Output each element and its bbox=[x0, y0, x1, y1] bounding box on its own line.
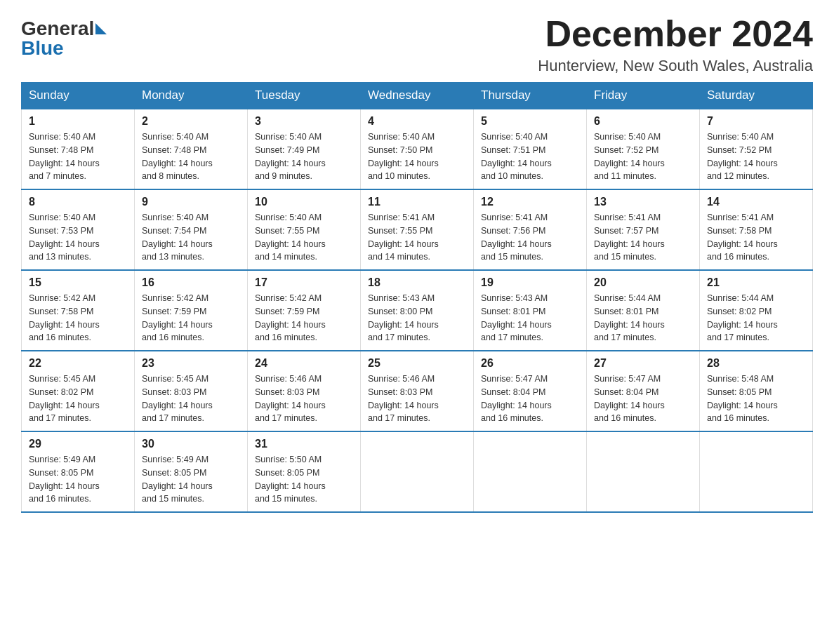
day-info: Sunrise: 5:41 AMSunset: 7:57 PMDaylight:… bbox=[594, 211, 692, 264]
calendar-cell: 18Sunrise: 5:43 AMSunset: 8:00 PMDayligh… bbox=[361, 270, 474, 351]
day-number: 4 bbox=[368, 115, 466, 128]
day-info: Sunrise: 5:41 AMSunset: 7:58 PMDaylight:… bbox=[707, 211, 805, 264]
day-info: Sunrise: 5:40 AMSunset: 7:54 PMDaylight:… bbox=[142, 211, 240, 264]
calendar-table: SundayMondayTuesdayWednesdayThursdayFrid… bbox=[21, 82, 813, 513]
day-info: Sunrise: 5:41 AMSunset: 7:55 PMDaylight:… bbox=[368, 211, 466, 264]
calendar-cell: 24Sunrise: 5:46 AMSunset: 8:03 PMDayligh… bbox=[248, 351, 361, 431]
day-info: Sunrise: 5:43 AMSunset: 8:00 PMDaylight:… bbox=[368, 292, 466, 344]
day-info: Sunrise: 5:40 AMSunset: 7:52 PMDaylight:… bbox=[594, 130, 692, 183]
col-header-tuesday: Tuesday bbox=[248, 83, 361, 109]
calendar-cell: 25Sunrise: 5:46 AMSunset: 8:03 PMDayligh… bbox=[361, 351, 474, 431]
day-info: Sunrise: 5:47 AMSunset: 8:04 PMDaylight:… bbox=[594, 373, 692, 425]
day-number: 7 bbox=[707, 115, 805, 128]
calendar-cell: 10Sunrise: 5:40 AMSunset: 7:55 PMDayligh… bbox=[248, 189, 361, 270]
day-number: 9 bbox=[142, 196, 240, 208]
day-info: Sunrise: 5:50 AMSunset: 8:05 PMDaylight:… bbox=[255, 453, 353, 506]
day-number: 21 bbox=[707, 276, 805, 289]
page-header: General Blue December 2024 Hunterview, N… bbox=[21, 14, 813, 75]
calendar-cell: 13Sunrise: 5:41 AMSunset: 7:57 PMDayligh… bbox=[587, 189, 700, 270]
col-header-wednesday: Wednesday bbox=[361, 83, 474, 109]
day-number: 28 bbox=[707, 357, 805, 370]
calendar-cell bbox=[361, 431, 474, 512]
calendar-cell: 4Sunrise: 5:40 AMSunset: 7:50 PMDaylight… bbox=[361, 109, 474, 189]
day-number: 19 bbox=[481, 276, 579, 289]
month-title: December 2024 bbox=[538, 14, 813, 54]
calendar-cell: 16Sunrise: 5:42 AMSunset: 7:59 PMDayligh… bbox=[135, 270, 248, 351]
calendar-cell: 29Sunrise: 5:49 AMSunset: 8:05 PMDayligh… bbox=[22, 431, 135, 512]
calendar-week-5: 29Sunrise: 5:49 AMSunset: 8:05 PMDayligh… bbox=[22, 431, 813, 512]
logo: General Blue bbox=[21, 14, 108, 60]
calendar-cell: 6Sunrise: 5:40 AMSunset: 7:52 PMDaylight… bbox=[587, 109, 700, 189]
day-info: Sunrise: 5:40 AMSunset: 7:53 PMDaylight:… bbox=[29, 211, 127, 264]
calendar-cell: 11Sunrise: 5:41 AMSunset: 7:55 PMDayligh… bbox=[361, 189, 474, 270]
col-header-saturday: Saturday bbox=[700, 83, 813, 109]
logo-arrow-icon bbox=[95, 23, 107, 34]
calendar-cell: 28Sunrise: 5:48 AMSunset: 8:05 PMDayligh… bbox=[700, 351, 813, 431]
day-number: 8 bbox=[29, 196, 127, 208]
calendar-cell: 14Sunrise: 5:41 AMSunset: 7:58 PMDayligh… bbox=[700, 189, 813, 270]
day-number: 15 bbox=[29, 276, 127, 289]
calendar-cell: 27Sunrise: 5:47 AMSunset: 8:04 PMDayligh… bbox=[587, 351, 700, 431]
day-number: 2 bbox=[142, 115, 240, 128]
calendar-cell bbox=[700, 431, 813, 512]
day-number: 20 bbox=[594, 276, 692, 289]
day-number: 30 bbox=[142, 438, 240, 450]
calendar-week-3: 15Sunrise: 5:42 AMSunset: 7:58 PMDayligh… bbox=[22, 270, 813, 351]
calendar-cell: 21Sunrise: 5:44 AMSunset: 8:02 PMDayligh… bbox=[700, 270, 813, 351]
day-info: Sunrise: 5:43 AMSunset: 8:01 PMDaylight:… bbox=[481, 292, 579, 344]
calendar-cell: 31Sunrise: 5:50 AMSunset: 8:05 PMDayligh… bbox=[248, 431, 361, 512]
day-info: Sunrise: 5:40 AMSunset: 7:52 PMDaylight:… bbox=[707, 130, 805, 183]
day-info: Sunrise: 5:42 AMSunset: 7:59 PMDaylight:… bbox=[142, 292, 240, 344]
day-info: Sunrise: 5:48 AMSunset: 8:05 PMDaylight:… bbox=[707, 373, 805, 425]
title-area: December 2024 Hunterview, New South Wale… bbox=[538, 14, 813, 75]
location-title: Hunterview, New South Wales, Australia bbox=[538, 57, 813, 75]
day-info: Sunrise: 5:46 AMSunset: 8:03 PMDaylight:… bbox=[368, 373, 466, 425]
day-info: Sunrise: 5:44 AMSunset: 8:02 PMDaylight:… bbox=[707, 292, 805, 344]
day-info: Sunrise: 5:41 AMSunset: 7:56 PMDaylight:… bbox=[481, 211, 579, 264]
calendar-cell bbox=[587, 431, 700, 512]
calendar-cell: 5Sunrise: 5:40 AMSunset: 7:51 PMDaylight… bbox=[474, 109, 587, 189]
day-number: 23 bbox=[142, 357, 240, 370]
day-number: 5 bbox=[481, 115, 579, 128]
calendar-cell: 7Sunrise: 5:40 AMSunset: 7:52 PMDaylight… bbox=[700, 109, 813, 189]
day-number: 22 bbox=[29, 357, 127, 370]
calendar-header-row: SundayMondayTuesdayWednesdayThursdayFrid… bbox=[22, 83, 813, 109]
calendar-week-2: 8Sunrise: 5:40 AMSunset: 7:53 PMDaylight… bbox=[22, 189, 813, 270]
calendar-cell bbox=[474, 431, 587, 512]
day-info: Sunrise: 5:40 AMSunset: 7:49 PMDaylight:… bbox=[255, 130, 353, 183]
day-number: 14 bbox=[707, 196, 805, 208]
day-info: Sunrise: 5:49 AMSunset: 8:05 PMDaylight:… bbox=[142, 453, 240, 506]
day-number: 27 bbox=[594, 357, 692, 370]
day-info: Sunrise: 5:42 AMSunset: 7:58 PMDaylight:… bbox=[29, 292, 127, 344]
calendar-cell: 2Sunrise: 5:40 AMSunset: 7:48 PMDaylight… bbox=[135, 109, 248, 189]
col-header-monday: Monday bbox=[135, 83, 248, 109]
calendar-cell: 19Sunrise: 5:43 AMSunset: 8:01 PMDayligh… bbox=[474, 270, 587, 351]
day-number: 1 bbox=[29, 115, 127, 128]
day-info: Sunrise: 5:47 AMSunset: 8:04 PMDaylight:… bbox=[481, 373, 579, 425]
day-info: Sunrise: 5:42 AMSunset: 7:59 PMDaylight:… bbox=[255, 292, 353, 344]
day-number: 26 bbox=[481, 357, 579, 370]
col-header-thursday: Thursday bbox=[474, 83, 587, 109]
calendar-week-4: 22Sunrise: 5:45 AMSunset: 8:02 PMDayligh… bbox=[22, 351, 813, 431]
day-info: Sunrise: 5:44 AMSunset: 8:01 PMDaylight:… bbox=[594, 292, 692, 344]
calendar-cell: 30Sunrise: 5:49 AMSunset: 8:05 PMDayligh… bbox=[135, 431, 248, 512]
col-header-friday: Friday bbox=[587, 83, 700, 109]
day-number: 24 bbox=[255, 357, 353, 370]
calendar-cell: 9Sunrise: 5:40 AMSunset: 7:54 PMDaylight… bbox=[135, 189, 248, 270]
calendar-cell: 20Sunrise: 5:44 AMSunset: 8:01 PMDayligh… bbox=[587, 270, 700, 351]
day-number: 17 bbox=[255, 276, 353, 289]
day-number: 18 bbox=[368, 276, 466, 289]
calendar-cell: 1Sunrise: 5:40 AMSunset: 7:48 PMDaylight… bbox=[22, 109, 135, 189]
calendar-cell: 3Sunrise: 5:40 AMSunset: 7:49 PMDaylight… bbox=[248, 109, 361, 189]
day-number: 12 bbox=[481, 196, 579, 208]
calendar-cell: 17Sunrise: 5:42 AMSunset: 7:59 PMDayligh… bbox=[248, 270, 361, 351]
day-number: 6 bbox=[594, 115, 692, 128]
calendar-cell: 23Sunrise: 5:45 AMSunset: 8:03 PMDayligh… bbox=[135, 351, 248, 431]
day-number: 31 bbox=[255, 438, 353, 450]
day-info: Sunrise: 5:49 AMSunset: 8:05 PMDaylight:… bbox=[29, 453, 127, 506]
day-number: 11 bbox=[368, 196, 466, 208]
calendar-cell: 8Sunrise: 5:40 AMSunset: 7:53 PMDaylight… bbox=[22, 189, 135, 270]
day-number: 10 bbox=[255, 196, 353, 208]
day-number: 13 bbox=[594, 196, 692, 208]
day-info: Sunrise: 5:45 AMSunset: 8:02 PMDaylight:… bbox=[29, 373, 127, 425]
